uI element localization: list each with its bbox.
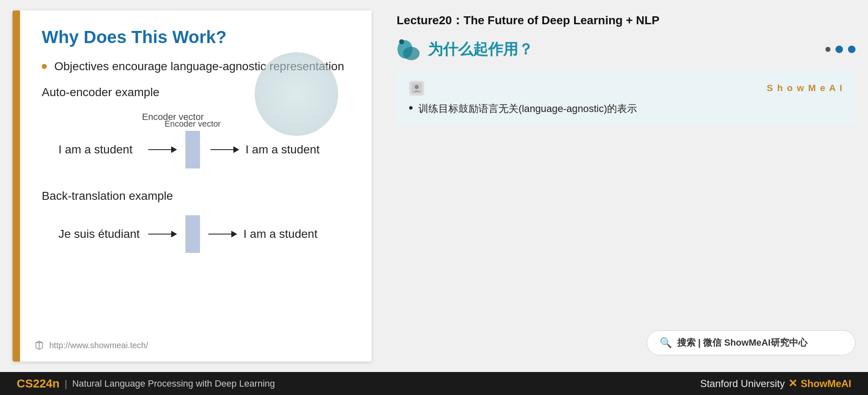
bt-input-text: Je suis étudiant [58,227,142,241]
showmeai-footer: ShowMeAI [801,378,851,390]
search-bar-container: 🔍 搜索 | 微信 ShowMeAI研究中心 [397,330,855,355]
lecture-title: Lecture20：The Future of Deep Learning + … [397,13,855,28]
nav-dot-2[interactable] [835,46,843,53]
bt-output-text: I am a student [243,227,327,241]
teal-shape-icon [397,37,422,62]
pipe: | [65,378,67,390]
teal-circle-decoration [255,52,338,136]
url-icon [33,339,45,351]
bottom-right: Stanford University ✕ ShowMeAI [700,377,851,390]
slide-url: http://www.showmeai.tech/ [33,339,148,351]
ae-arrow-1 [148,146,177,153]
showmeai-bullet-text: 训练目标鼓励语言无关(language-agnostic)的表示 [418,102,637,115]
chinese-title: 为什么起作用？ [428,39,533,60]
showmeai-bullet: 训练目标鼓励语言无关(language-agnostic)的表示 [409,102,843,115]
course-name: Natural Language Processing with Deep Le… [72,378,275,389]
slide-title: Why Does This Work? [42,27,347,47]
showmeai-bullet-dot [409,106,412,110]
ae-input-text: I am a student [58,143,142,156]
bottom-bar: CS224n | Natural Language Processing wit… [0,372,868,395]
university-name: Stanford University [700,378,785,390]
bottom-left: CS224n | Natural Language Processing wit… [17,377,275,390]
x-mark: ✕ [788,377,797,390]
bt-encoder-block [185,215,200,253]
right-panel: Lecture20：The Future of Deep Learning + … [384,0,868,372]
showmeai-card: S h o w M e A I 训练目标鼓励语言无关(language-agno… [397,70,855,126]
svg-point-4 [415,85,419,89]
backtrans-label: Back-translation example [42,189,347,203]
svg-point-1 [403,47,420,60]
bt-arrow-1 [148,231,177,237]
search-bar[interactable]: 🔍 搜索 | 微信 ShowMeAI研究中心 [647,330,855,355]
ae-encoder-block-wrapper: Encoder vector [183,131,202,168]
nav-dots [825,46,855,53]
ae-encoder-block [185,131,200,168]
course-code: CS224n [17,377,60,390]
showmeai-logo-area [409,81,424,96]
svg-point-2 [399,39,404,44]
ae-diagram-row: I am a student Encoder vector I am a stu… [58,131,347,168]
url-text: http://www.showmeai.tech/ [49,341,148,350]
search-icon: 🔍 [660,337,672,349]
backtrans-section: Back-translation example Je suis étudian… [42,189,347,253]
slide-area: Why Does This Work? Objectives encourage… [0,0,384,372]
slide-border [13,10,20,362]
ae-arrow-2 [210,146,239,153]
ae-output-text: I am a student [245,143,329,156]
bt-arrow-2 [208,231,237,237]
bullet-dot [42,64,47,69]
lecture-title-row: 为什么起作用？ [397,37,533,62]
slide-card: Why Does This Work? Objectives encourage… [13,10,372,362]
showmeai-icon [409,81,424,96]
search-text: 搜索 | 微信 ShowMeAI研究中心 [677,336,807,349]
lecture-header: 为什么起作用？ [397,37,855,62]
nav-dot-1[interactable] [825,47,830,52]
bt-diagram-row: Je suis étudiant I am a student [58,215,347,253]
encoder-vector-label-above: Encoder vector [164,119,221,129]
showmeai-brand: S h o w M e A I [767,83,843,94]
showmeai-header: S h o w M e A I [409,81,843,96]
nav-dot-3[interactable] [848,46,855,53]
